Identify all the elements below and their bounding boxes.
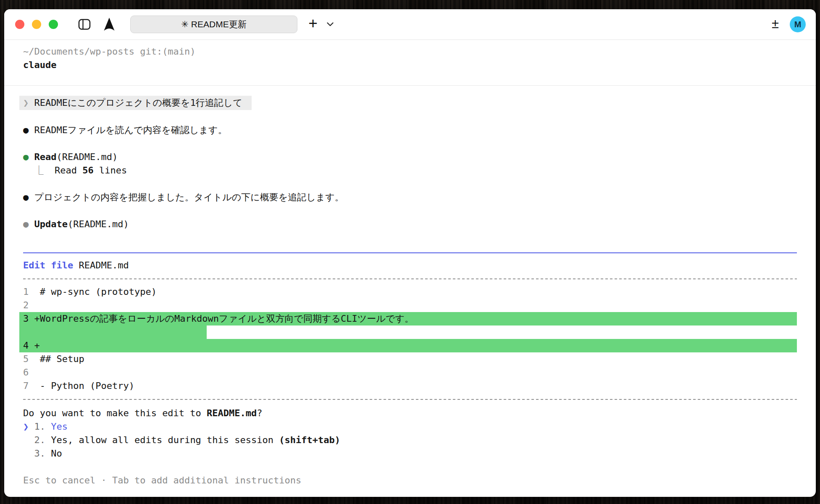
traffic-lights: [15, 20, 58, 29]
message-bullet-icon: ●: [23, 123, 34, 137]
user-prompt: ❯READMEにこのプロジェクトの概要を1行追記して: [19, 96, 252, 110]
line-number: 3: [23, 312, 34, 326]
tool-update-arg: (README.md): [68, 219, 129, 229]
question-file-name: README.md: [207, 408, 257, 418]
result-elbow-icon: ⎿: [23, 165, 55, 176]
line-number: 5: [23, 352, 34, 366]
edit-option-yes-all[interactable]: 2. Yes, allow all edits during this sess…: [23, 433, 797, 447]
assistant-message: ●プロジェクトの内容を把握しました。タイトルの下に概要を追記します。: [23, 191, 797, 204]
working-directory: ~/Documents/wp-posts git:(main): [23, 45, 797, 58]
option-number: 2.: [34, 435, 51, 445]
user-prompt-text: READMEにこのプロジェクトの概要を1行追記して: [34, 97, 242, 108]
message-bullet-icon: ●: [23, 191, 34, 204]
diff-line-1: 1 # wp-sync (prototype): [23, 285, 797, 299]
edit-confirm-question: Do you want to make this edit to README.…: [23, 407, 797, 420]
diff-line-4-added: 4+: [19, 339, 797, 352]
edit-file-header: Edit fileREADME.md: [23, 259, 797, 272]
close-button[interactable]: [15, 20, 24, 29]
option-label: Yes, allow all edits during this session: [51, 435, 279, 445]
tool-call-read: ●Read(README.md): [23, 150, 797, 164]
new-tab-button[interactable]: +: [307, 16, 319, 34]
diff-line-3-wrap-highlight: [19, 326, 797, 339]
question-mark: ?: [257, 408, 262, 418]
sidebar-toggle-icon[interactable]: [78, 18, 91, 31]
selection-caret-icon: ❯: [23, 421, 34, 432]
updates-icon[interactable]: ±: [772, 17, 779, 32]
line-number: 1: [23, 285, 34, 299]
diff-line-2: 2: [23, 299, 797, 312]
edit-option-yes[interactable]: ❯ 1. Yes: [23, 420, 797, 433]
option-label: No: [51, 448, 62, 459]
assistant-message-text: READMEファイルを読んで内容を確認します。: [34, 125, 227, 135]
tool-call-update: ●Update(README.md): [23, 218, 797, 231]
terminal-content: ~/Documents/wp-posts git:(main) claude ❯…: [4, 40, 816, 497]
diff-line-3-added: 3+WordPressの記事をローカルのMarkdownファイルと双方向で同期す…: [19, 312, 797, 326]
block-divider: [4, 85, 816, 86]
diff-line-text: +: [34, 340, 39, 351]
command-line: claude: [23, 58, 797, 72]
edit-action-label: Edit file: [23, 260, 73, 270]
option-label: Yes: [51, 421, 68, 432]
zoom-button[interactable]: [49, 20, 58, 29]
tab-title: ✳ README更新: [181, 18, 246, 30]
tool-read-arg: (README.md): [56, 152, 118, 162]
option-number: 1.: [34, 421, 51, 432]
tool-read-name: Read: [34, 152, 56, 162]
dashed-separator: [23, 399, 797, 400]
assistant-message-text: プロジェクトの内容を把握しました。タイトルの下に概要を追記します。: [34, 192, 344, 202]
diff-line-7: 7 - Python (Poetry): [23, 379, 797, 393]
diff-line-text: +WordPressの記事をローカルのMarkdownファイルと双方向で同期する…: [34, 313, 413, 324]
warp-logo-icon: [103, 17, 115, 32]
diff-line-text: - Python (Poetry): [34, 381, 134, 391]
minimize-button[interactable]: [32, 20, 41, 29]
edit-panel-top-rule: [23, 252, 797, 253]
result-line-count: 56: [82, 165, 94, 176]
tool-update-name: Update: [34, 219, 67, 229]
tool-read-result: ⎿ Read 56 lines: [23, 164, 797, 177]
window-tab-bar: ✳ README更新 + ± M: [4, 9, 816, 40]
assistant-message: ●READMEファイルを読んで内容を確認します。: [23, 123, 797, 137]
terminal-window: ✳ README更新 + ± M ~/Documents/wp-posts gi…: [4, 9, 816, 497]
diff-line-6: 6: [23, 366, 797, 379]
question-text: Do you want to make this edit to: [23, 408, 207, 418]
result-text-post: lines: [94, 165, 127, 176]
keyboard-hint: Esc to cancel · Tab to add additional in…: [23, 474, 797, 487]
line-number: 4: [23, 339, 34, 352]
user-avatar[interactable]: M: [790, 16, 806, 32]
active-tab[interactable]: ✳ README更新: [130, 16, 297, 33]
option-shortcut: (shift+tab): [279, 435, 340, 445]
selection-caret-slot: [23, 435, 34, 445]
diff-line-text: ## Setup: [34, 354, 84, 364]
line-number: 6: [23, 366, 34, 379]
diff-line-5: 5 ## Setup: [23, 352, 797, 366]
prompt-caret-icon: ❯: [23, 96, 34, 110]
tool-read-bullet-icon: ●: [23, 150, 34, 164]
edit-file-name: README.md: [79, 260, 129, 270]
edit-option-no[interactable]: 3. No: [23, 447, 797, 460]
diff-view: 1 # wp-sync (prototype) 2 3+WordPressの記事…: [23, 285, 797, 393]
selection-caret-slot: [23, 448, 34, 459]
diff-line-text: # wp-sync (prototype): [34, 286, 156, 297]
line-number: 2: [23, 299, 34, 312]
result-text-pre: Read: [55, 165, 82, 176]
chevron-down-icon[interactable]: [327, 22, 334, 26]
dashed-separator: [23, 278, 797, 279]
tool-update-bullet-icon: ●: [23, 218, 34, 231]
line-number: 7: [23, 379, 34, 393]
option-number: 3.: [34, 448, 51, 459]
